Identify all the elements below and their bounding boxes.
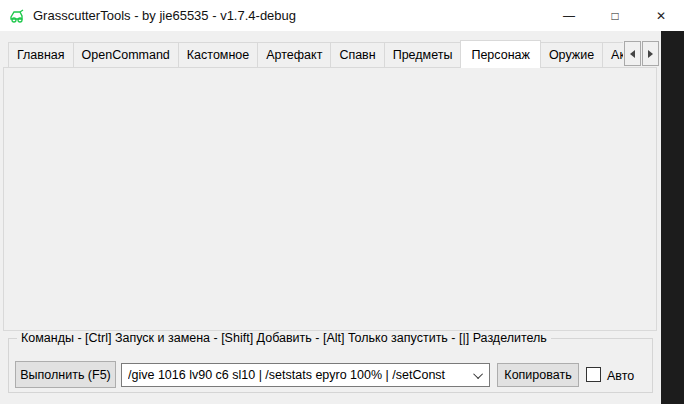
tab-scroll-right-button[interactable] [642,41,659,66]
tab-scroll-left-button[interactable] [624,41,641,66]
arrow-left-icon [630,50,635,58]
tab-items[interactable]: Предметы [384,42,462,68]
tab-scroll-buttons [623,41,659,66]
command-combobox[interactable] [121,363,490,387]
window-title: GrasscutterTools - by jie65535 - v1.7.4-… [33,8,296,23]
tab-account[interactable]: Аккаунт [602,42,623,68]
auto-checkbox-label: Авто [607,369,634,383]
tab-page-character [3,67,657,331]
tab-artifact[interactable]: Артефакт [257,42,331,68]
run-command-button[interactable]: Выполнить (F5) [15,361,116,388]
auto-checkbox[interactable] [586,367,601,382]
screenshot-backdrop: GrasscutterTools - by jie65535 - v1.7.4-… [0,0,684,404]
tab-opencommand[interactable]: OpenCommand [73,42,179,68]
commands-group: Команды - [Ctrl] Запуск и замена - [Shif… [8,338,653,393]
copy-command-button[interactable]: Копировать [497,363,579,387]
tab-weapon[interactable]: Оружие [540,42,603,68]
minimize-button[interactable]: — [546,0,592,31]
close-button[interactable]: ✕ [638,0,684,31]
commands-group-title: Команды - [Ctrl] Запуск и замена - [Shif… [17,331,551,345]
command-input[interactable] [128,368,476,382]
tab-spawn[interactable]: Спавн [330,42,384,68]
arrow-right-icon [648,50,653,58]
maximize-button[interactable]: □ [592,0,638,31]
title-bar: GrasscutterTools - by jie65535 - v1.7.4-… [0,0,684,31]
tab-custom[interactable]: Кастомное [178,42,258,68]
tab-main[interactable]: Главная [8,42,74,68]
tab-character[interactable]: Персонаж [460,40,540,68]
tab-strip: Главная OpenCommand Кастомное Артефакт С… [8,40,623,68]
window-controls: — □ ✕ [546,0,684,31]
window-body: Главная OpenCommand Кастомное Артефакт С… [0,31,661,404]
grasscutter-app-icon [9,8,25,24]
